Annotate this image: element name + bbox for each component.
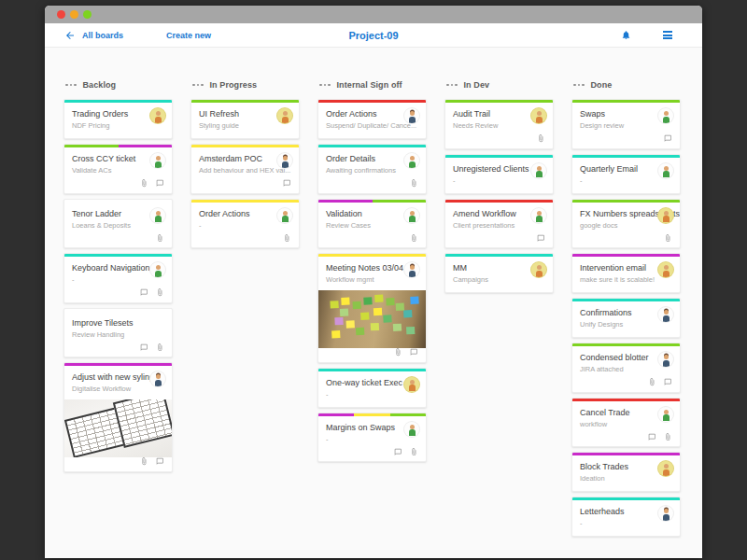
column-header: In Progress (190, 80, 300, 90)
card-image (64, 399, 172, 457)
card-subtitle: Client presentations (453, 221, 545, 230)
kanban-card[interactable]: MM Campaigns (444, 253, 554, 293)
kanban-card[interactable]: Trading Orders NDF Pricing (63, 99, 173, 139)
attachment-icon (283, 234, 291, 243)
kanban-card[interactable]: Order Actions - (190, 199, 300, 249)
assignee-avatar (404, 377, 419, 392)
kanban-card[interactable]: Cancel Trade workflow (571, 398, 681, 448)
attachment-icon (156, 343, 164, 352)
assignee-avatar (150, 153, 165, 168)
kanban-card[interactable]: Letterheads - (571, 497, 681, 537)
kanban-card[interactable]: Validation Review Cases (317, 199, 427, 249)
card-list: Audit Trail Needs Review Unregistered Cl… (444, 99, 554, 293)
minimize-window-button[interactable] (70, 10, 78, 19)
kanban-card[interactable]: Order Actions Suspend/ Duplicate/ Cance.… (317, 99, 427, 139)
kanban-card[interactable]: Audit Trail Needs Review (444, 99, 554, 149)
column-menu-dots-icon[interactable] (446, 84, 458, 87)
kanban-board: Backlog Trading Orders NDF Pricing Cross… (45, 48, 702, 541)
card-subtitle: Awaiting confirmations (326, 166, 418, 175)
kanban-column: In Progress UI Refresh Styling guide Ams… (190, 80, 300, 253)
card-subtitle: NDF Pricing (72, 121, 164, 130)
assignee-avatar (658, 506, 673, 521)
zoom-window-button[interactable] (83, 10, 92, 19)
card-subtitle: Ideation (580, 474, 672, 483)
kanban-card[interactable]: Tenor Ladder Loeans & Deposits (63, 199, 173, 249)
comment-icon (140, 288, 148, 297)
card-icon-row (572, 378, 680, 392)
column-menu-dots-icon[interactable] (573, 84, 585, 87)
assignee-avatar (658, 352, 673, 367)
assignee-avatar (404, 422, 419, 437)
assignee-avatar (404, 208, 419, 223)
kanban-column: Internal Sign off Order Actions Suspend/… (317, 80, 427, 467)
kanban-card[interactable]: Swaps Design review (571, 99, 681, 149)
assignee-avatar (404, 153, 419, 168)
card-subtitle: - (580, 176, 672, 185)
column-title: In Progress (210, 80, 258, 90)
card-subtitle: - (326, 435, 418, 443)
kanban-card[interactable]: Meeting Notes 03/04 Workflow mgmt (317, 253, 427, 363)
column-menu-dots-icon[interactable] (65, 84, 77, 87)
kanban-card[interactable]: Block Trades Ideation (571, 452, 681, 492)
kanban-card[interactable]: Amsterdam POC Add behaviour and HEX val.… (190, 144, 300, 194)
assignee-avatar (277, 208, 292, 223)
comment-icon (283, 179, 291, 188)
card-title: Improve Tilesets (72, 318, 164, 328)
card-subtitle: Review Cases (326, 221, 418, 230)
attachment-icon (156, 234, 164, 243)
column-menu-dots-icon[interactable] (319, 84, 331, 87)
card-subtitle: Campaigns (453, 275, 545, 284)
comment-icon (664, 378, 672, 386)
comment-icon (664, 134, 672, 143)
column-title: Internal Sign off (337, 80, 402, 90)
attachment-icon (664, 234, 672, 243)
kanban-card[interactable]: Margins on Swaps - (317, 413, 427, 463)
kanban-card[interactable]: Amend Workflow Client presentations (444, 199, 554, 249)
card-icon-row (64, 288, 172, 302)
card-subtitle: google docs (580, 221, 672, 230)
assignee-avatar (277, 153, 292, 168)
kanban-card[interactable]: Improve Tilesets Review Handling (63, 308, 173, 358)
column-title: Backlog (83, 80, 117, 90)
kanban-card[interactable]: Confirmations Unify Designs (571, 298, 681, 338)
kanban-card[interactable]: Adjust with new syling Digitalise Workfl… (63, 362, 173, 472)
kanban-card[interactable]: Quarterly Email - (571, 154, 681, 194)
kanban-card[interactable]: One-way ticket Exec - (317, 368, 427, 408)
kanban-card[interactable]: Unregistered Clients - (444, 154, 554, 194)
attachment-icon (140, 179, 148, 188)
card-subtitle: Digitalise Workflow (72, 385, 164, 393)
assignee-avatar (150, 371, 165, 386)
card-subtitle: Design review (580, 121, 672, 130)
kanban-column: Backlog Trading Orders NDF Pricing Cross… (63, 80, 173, 477)
card-subtitle: Review Handling (72, 330, 164, 339)
kanban-card[interactable]: Condensed blotter JIRA attached (571, 343, 681, 393)
app-window: All boards Create new Project-09 Backlog… (45, 6, 702, 558)
column-menu-dots-icon[interactable] (192, 84, 204, 87)
kanban-card[interactable]: Cross CCY ticket Validate ACs (63, 144, 173, 194)
attachment-icon (664, 433, 672, 441)
window-titlebar[interactable] (45, 6, 702, 23)
attachment-icon (537, 134, 545, 143)
column-title: Done (591, 80, 613, 90)
close-window-button[interactable] (57, 10, 65, 19)
card-subtitle: Workflow mgmt (326, 275, 418, 284)
comment-icon (410, 348, 418, 357)
card-list: Order Actions Suspend/ Duplicate/ Cance.… (317, 99, 427, 462)
kanban-card[interactable]: Order Details Awaiting confirmations (317, 144, 427, 194)
kanban-card[interactable]: Keyboard Navigation - (63, 253, 173, 303)
assignee-avatar (531, 163, 546, 178)
board-title: Project-09 (45, 30, 702, 41)
assignee-avatar (658, 262, 673, 277)
column-header: Backlog (63, 80, 173, 90)
kanban-card[interactable]: Intervention email make sure it is scala… (571, 253, 681, 293)
assignee-avatar (658, 407, 673, 422)
attachment-icon (410, 448, 418, 456)
card-list: Trading Orders NDF Pricing Cross CCY tic… (63, 99, 173, 472)
card-subtitle: Needs Review (453, 121, 545, 130)
kanban-card[interactable]: UI Refresh Styling guide (190, 99, 300, 139)
card-icon-row (445, 134, 553, 148)
attachment-icon (394, 348, 402, 357)
card-subtitle: Loeans & Deposits (72, 221, 164, 230)
card-subtitle: - (453, 176, 545, 185)
kanban-card[interactable]: FX Numbers spreadsheets google docs (571, 199, 681, 249)
